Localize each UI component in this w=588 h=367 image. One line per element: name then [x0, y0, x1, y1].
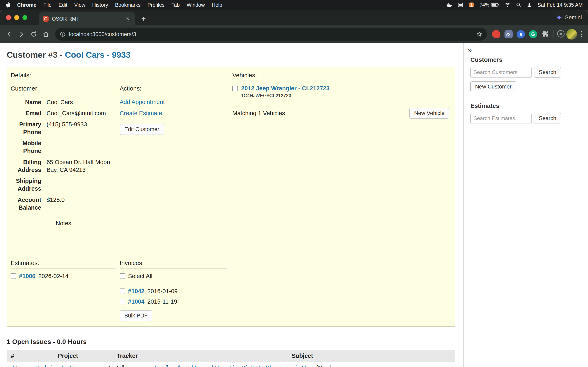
- customer-fields: Name Cool Cars Email Cool_Cars@intuit.co…: [11, 98, 116, 211]
- minimize-window-button[interactable]: [14, 15, 19, 20]
- authenticator-extension-icon[interactable]: a: [517, 30, 525, 38]
- actions-heading: Actions:: [120, 85, 227, 94]
- field-label-billing-address: Billing Address: [11, 158, 41, 174]
- open-issues-heading: 1 Open Issues - 0.0 Hours: [7, 338, 455, 346]
- battery-percent-label: 74%: [480, 2, 489, 8]
- notes-heading: Notes: [11, 220, 116, 229]
- vehicle-link[interactable]: 2012 Jeep Wrangler - CL212723: [241, 85, 329, 92]
- issue-project-link[interactable]: Redmine Testing: [35, 365, 79, 367]
- details-section: Details: Customer: Name Cool Cars Email …: [11, 72, 227, 321]
- edit-customer-button[interactable]: Edit Customer: [120, 124, 164, 135]
- menu-item-chrome[interactable]: Chrome: [17, 2, 36, 8]
- customer-name-link[interactable]: Cool Cars - 9933: [65, 50, 130, 59]
- new-tab-button[interactable]: +: [139, 15, 148, 22]
- issue-id-link[interactable]: 77: [11, 365, 17, 367]
- invoice-1004-checkbox[interactable]: [120, 299, 125, 304]
- gemini-button[interactable]: Gemini: [556, 15, 582, 21]
- menu-bar-clock[interactable]: Sat Feb 14 9:35 AM: [537, 2, 583, 8]
- user-switch-icon[interactable]: [527, 2, 532, 8]
- battery-indicator[interactable]: 74%: [480, 2, 499, 8]
- issue-tracker: Install: [109, 365, 124, 367]
- menu-item-profiles[interactable]: Profiles: [147, 2, 164, 8]
- invoice-row: #1042 2016-01-09: [120, 288, 227, 295]
- address-bar[interactable]: localhost:3000/customers/3: [55, 28, 487, 41]
- tab-close-icon[interactable]: ×: [125, 15, 131, 22]
- home-button[interactable]: [40, 29, 52, 40]
- vehicles-section: Vehicles: 2012 Jeep Wrangler - CL212723 …: [232, 72, 449, 321]
- apple-logo-icon[interactable]: [5, 2, 10, 8]
- estimates-search-button[interactable]: Search: [534, 113, 561, 124]
- header-tracker: Tracker: [105, 350, 150, 362]
- profile-avatar[interactable]: [566, 29, 577, 40]
- customers-search-button[interactable]: Search: [534, 67, 561, 78]
- vehicles-heading: Vehicles:: [232, 72, 449, 81]
- invoices-divider: [120, 283, 227, 284]
- menu-item-edit[interactable]: Edit: [59, 2, 67, 8]
- vehicle-checkbox[interactable]: [232, 86, 238, 91]
- header-id: #: [7, 350, 31, 362]
- new-vehicle-button[interactable]: New Vehicle: [409, 108, 449, 119]
- add-appointment-link[interactable]: Add Appointment: [120, 99, 227, 105]
- invoice-1042-link[interactable]: #1042: [128, 288, 145, 295]
- customer-column: Customer: Name Cool Cars Email Cool_Cars…: [11, 85, 116, 229]
- spotlight-search-icon[interactable]: [516, 2, 521, 8]
- grammarly-extension-icon[interactable]: G: [529, 30, 537, 38]
- field-value-name: Cool Cars: [47, 98, 116, 106]
- select-all-checkbox[interactable]: [120, 273, 125, 279]
- select-all-row: Select All: [120, 273, 227, 280]
- main-column: Customer #3 - Cool Cars - 9933 Details: …: [0, 43, 463, 367]
- menu-item-tab[interactable]: Tab: [172, 2, 180, 8]
- menu-bar: Chrome File Edit View History Bookmarks …: [0, 0, 588, 10]
- extensions-puzzle-icon[interactable]: [541, 30, 549, 39]
- bookmark-star-icon[interactable]: [476, 31, 483, 38]
- details-heading: Details:: [11, 72, 227, 81]
- menu-item-history[interactable]: History: [92, 2, 108, 8]
- sidebar-collapse-icon[interactable]: »: [467, 46, 473, 54]
- app-grid-icon[interactable]: [458, 2, 463, 8]
- customers-search-input[interactable]: [470, 67, 532, 78]
- leaf-mode-icon[interactable]: [557, 30, 565, 39]
- bulk-pdf-button[interactable]: Bulk PDF: [120, 310, 152, 321]
- issue-row: 77 Redmine Testing Install Teraflex Jk: …: [7, 362, 455, 367]
- menu-item-bookmarks[interactable]: Bookmarks: [115, 2, 140, 8]
- actions-column: Actions: Add Appointment Create Estimate…: [120, 85, 227, 229]
- field-value-mobile-phone: [47, 139, 116, 155]
- zoom-window-button[interactable]: [22, 15, 27, 20]
- invoice-1004-date: 2015-11-19: [147, 298, 177, 305]
- new-customer-button[interactable]: New Customer: [470, 81, 516, 92]
- docker-icon[interactable]: [446, 2, 452, 8]
- vehicle-row: 2012 Jeep Wrangler - CL212723 1C4HJWEG8C…: [232, 85, 449, 99]
- issues-table: # Project Tracker Subject 77 Redmine Tes…: [7, 350, 455, 367]
- field-value-billing-address: 65 Ocean Dr. Half Moon Bay, CA 94213: [47, 158, 116, 174]
- adblock-extension-icon[interactable]: [492, 30, 501, 38]
- menu-item-window[interactable]: Window: [187, 2, 205, 8]
- reload-button[interactable]: [28, 29, 39, 40]
- tab-osor-rmt[interactable]: OSOR RMT ×: [39, 12, 135, 25]
- browser-menu-icon[interactable]: [578, 31, 584, 37]
- forward-button[interactable]: [16, 29, 27, 40]
- estimate-row: #1006 2026-02-14: [11, 273, 116, 280]
- close-window-button[interactable]: [6, 15, 11, 20]
- site-info-icon[interactable]: [60, 31, 66, 37]
- menu-item-view[interactable]: View: [74, 2, 85, 8]
- user-orange-icon[interactable]: [468, 2, 474, 8]
- field-label-email: Email: [11, 109, 41, 117]
- menu-item-help[interactable]: Help: [212, 2, 222, 8]
- estimate-checkbox[interactable]: [11, 273, 16, 279]
- field-value-account-balance: $125.0: [47, 196, 116, 212]
- estimate-1006-link[interactable]: #1006: [19, 273, 35, 280]
- estimates-search-input[interactable]: [470, 113, 532, 124]
- clip-extension-icon[interactable]: [504, 30, 513, 38]
- invoice-1004-link[interactable]: #1004: [128, 298, 145, 305]
- details-panel: Details: Customer: Name Cool Cars Email …: [7, 67, 455, 327]
- wifi-icon[interactable]: [504, 2, 511, 7]
- estimates-heading: Estimates:: [11, 259, 116, 269]
- page-title-prefix: Customer #3 -: [7, 50, 65, 59]
- menu-item-file[interactable]: File: [43, 2, 52, 8]
- vin-suffix: CL212723: [269, 93, 291, 98]
- browser-toolbar: localhost:3000/customers/3 a G: [0, 25, 588, 43]
- issue-subject-link[interactable]: Teraflex Jk: Hd Forged Drag Link Kit & H…: [154, 365, 314, 367]
- invoice-1042-checkbox[interactable]: [120, 289, 125, 294]
- create-estimate-link[interactable]: Create Estimate: [120, 110, 227, 117]
- back-button[interactable]: [4, 29, 15, 40]
